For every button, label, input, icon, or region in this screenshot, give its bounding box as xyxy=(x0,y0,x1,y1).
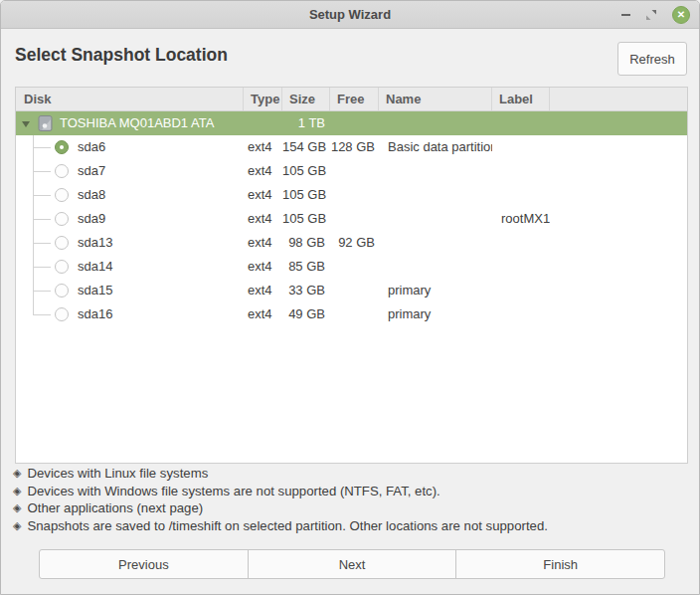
device-free-cell xyxy=(330,111,379,135)
partition-size-cell: 105 GB xyxy=(282,159,330,183)
diamond-bullet-icon: ◈ xyxy=(13,519,21,532)
partition-radio-sda16[interactable] xyxy=(55,307,69,321)
partition-radio-sda6[interactable] xyxy=(55,140,69,154)
partition-row-sda15[interactable]: sda15ext433 GBprimary xyxy=(16,279,687,302)
partition-row-sda8[interactable]: sda8ext4105 GB xyxy=(16,183,687,207)
column-header-size[interactable]: Size xyxy=(282,88,330,110)
minimize-button[interactable] xyxy=(621,14,630,16)
partition-radio-sda14[interactable] xyxy=(55,260,69,274)
note-line: ◈Snapshots are saved to /timeshift on se… xyxy=(13,517,548,535)
close-button[interactable]: ✕ xyxy=(672,6,690,24)
tree-branch xyxy=(33,147,51,148)
partition-disk-cell: sda13 xyxy=(16,231,244,255)
note-line: ◈Devices with Linux file systems xyxy=(13,465,548,483)
device-name-cell xyxy=(379,111,492,135)
partition-label-cell xyxy=(492,159,550,183)
diamond-bullet-icon: ◈ xyxy=(13,467,21,480)
partition-disk-cell: sda14 xyxy=(16,255,244,279)
diamond-bullet-icon: ◈ xyxy=(13,501,21,514)
restore-button[interactable] xyxy=(645,9,657,21)
partition-size-cell: 154 GB xyxy=(282,135,330,159)
partition-type-cell: ext4 xyxy=(244,302,282,326)
device-label-cell xyxy=(492,111,550,135)
partition-label-cell: rootMX17 xyxy=(492,207,550,231)
partition-name-cell: primary xyxy=(379,279,492,302)
partition-row-sda14[interactable]: sda14ext485 GB xyxy=(16,255,687,279)
tree-branch xyxy=(33,291,51,292)
partition-name: sda13 xyxy=(78,231,112,255)
partition-row-sda13[interactable]: sda13ext498 GB92 GB xyxy=(16,231,687,255)
partition-disk-cell: sda6 xyxy=(16,135,244,159)
note-text: Devices with Linux file systems xyxy=(27,466,208,481)
column-header-label[interactable]: Label xyxy=(492,88,550,110)
partition-radio-sda8[interactable] xyxy=(55,188,69,202)
partition-disk-cell: sda8 xyxy=(16,183,244,207)
note-line: ◈Other applications (next page) xyxy=(13,499,548,517)
partition-radio-sda9[interactable] xyxy=(55,212,69,226)
partition-extra-cell xyxy=(550,302,687,326)
partition-free-cell xyxy=(330,159,379,183)
expander-icon[interactable] xyxy=(22,121,30,127)
column-header-free[interactable]: Free xyxy=(330,88,379,110)
partition-radio-sda13[interactable] xyxy=(55,236,69,250)
partition-name: sda16 xyxy=(78,302,112,326)
note-line: ◈Devices with Windows file systems are n… xyxy=(13,483,548,500)
column-header-extra[interactable] xyxy=(550,88,687,110)
partition-name-cell: primary xyxy=(379,302,492,326)
device-disk-cell: TOSHIBA MQ01ABD1 ATA xyxy=(16,111,244,135)
tree-branch xyxy=(33,267,51,268)
finish-button[interactable]: Finish xyxy=(456,550,664,578)
partition-name: sda14 xyxy=(78,255,112,279)
partition-disk-cell: sda7 xyxy=(16,159,244,183)
partition-label-cell xyxy=(492,255,550,279)
partition-radio-sda7[interactable] xyxy=(55,164,69,178)
partition-size-cell: 105 GB xyxy=(282,207,330,231)
partition-label-cell xyxy=(492,135,550,159)
next-button[interactable]: Next xyxy=(249,550,457,578)
tree-line xyxy=(33,302,34,314)
partition-label-cell xyxy=(492,302,550,326)
partition-radio-sda15[interactable] xyxy=(55,284,69,298)
notes: ◈Devices with Linux file systems◈Devices… xyxy=(13,465,548,534)
device-extra-cell xyxy=(550,111,687,135)
partition-free-cell xyxy=(330,255,379,279)
partition-free-cell: 92 GB xyxy=(330,231,379,255)
partition-name: sda6 xyxy=(78,135,105,159)
partition-extra-cell xyxy=(550,231,687,255)
partition-size-cell: 105 GB xyxy=(282,183,330,207)
partition-name-cell xyxy=(379,255,492,279)
partition-name: sda7 xyxy=(78,159,105,183)
previous-button[interactable]: Previous xyxy=(40,550,249,578)
partition-row-sda9[interactable]: sda9ext4105 GBrootMX17 xyxy=(16,207,687,231)
device-row[interactable]: TOSHIBA MQ01ABD1 ATA1 TB xyxy=(16,111,687,135)
setup-wizard-window: Setup Wizard ✕ Select Snapshot Location … xyxy=(0,0,700,595)
note-text: Devices with Windows file systems are no… xyxy=(27,484,439,498)
refresh-button[interactable]: Refresh xyxy=(617,42,687,76)
partition-extra-cell xyxy=(550,279,687,302)
partition-type-cell: ext4 xyxy=(244,255,282,279)
column-header-disk[interactable]: Disk xyxy=(16,88,244,110)
diamond-bullet-icon: ◈ xyxy=(13,485,21,497)
titlebar[interactable]: Setup Wizard ✕ xyxy=(1,1,699,29)
partition-type-cell: ext4 xyxy=(244,231,282,255)
partition-name: sda15 xyxy=(78,279,112,302)
restore-icon xyxy=(645,9,657,21)
disk-table: DiskTypeSizeFreeNameLabel TOSHIBA MQ01AB… xyxy=(15,87,688,464)
partition-disk-cell: sda16 xyxy=(16,302,244,326)
partition-row-sda16[interactable]: sda16ext449 GBprimary xyxy=(16,302,687,326)
partition-size-cell: 49 GB xyxy=(282,302,330,326)
partition-extra-cell xyxy=(550,135,687,159)
tree-branch xyxy=(33,219,51,220)
partition-type-cell: ext4 xyxy=(244,207,282,231)
tree-branch xyxy=(33,171,51,172)
partition-extra-cell xyxy=(550,183,687,207)
partition-row-sda6[interactable]: sda6ext4154 GB128 GBBasic data partition xyxy=(16,135,687,159)
column-header-name[interactable]: Name xyxy=(379,88,492,110)
partition-row-sda7[interactable]: sda7ext4105 GB xyxy=(16,159,687,183)
device-name: TOSHIBA MQ01ABD1 ATA xyxy=(60,111,214,135)
window-title: Setup Wizard xyxy=(1,1,699,28)
partition-name-cell xyxy=(379,207,492,231)
minimize-icon xyxy=(621,14,630,16)
partition-extra-cell xyxy=(550,159,687,183)
column-header-type[interactable]: Type xyxy=(244,88,282,110)
